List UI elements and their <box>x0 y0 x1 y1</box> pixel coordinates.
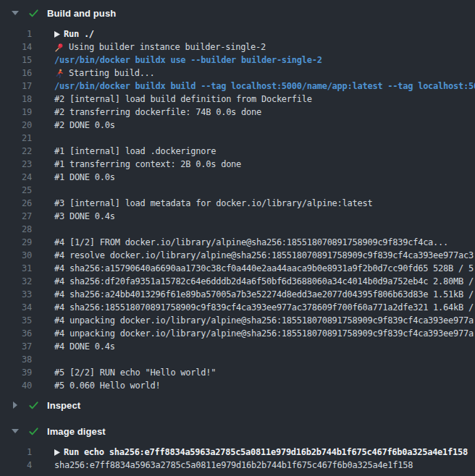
log-text: #3 [internal] load metadata for docker.i… <box>54 197 372 210</box>
log-line: 23#1 transferring context: 2B 0.0s done <box>0 158 475 171</box>
line-number[interactable]: 17 <box>0 80 32 93</box>
log-line: 37#4 DONE 0.4s <box>0 340 475 353</box>
log-line: 31#4 sha256:a15790640a6690aa1730c38cf0a4… <box>0 262 475 275</box>
log-line: 22#1 [internal] load .dockerignore <box>0 145 475 158</box>
line-number[interactable]: 24 <box>0 171 32 184</box>
log-line: 39#5 [2/2] RUN echo "Hello world!" <box>0 366 475 379</box>
line-number[interactable]: 35 <box>0 314 32 327</box>
log-text-wrap: #5 [2/2] RUN echo "Hello world!" <box>54 366 216 379</box>
line-number[interactable]: 37 <box>0 340 32 353</box>
section-header-image-digest[interactable]: Image digest <box>0 421 475 441</box>
log-line: 14Using builder instance builder-single-… <box>0 41 475 54</box>
line-number[interactable]: 34 <box>0 301 32 314</box>
log-text-wrap: #3 DONE 0.4s <box>54 210 115 223</box>
line-number[interactable]: 26 <box>0 197 32 210</box>
log-text-wrap: Starting build... <box>54 67 155 80</box>
caret-down-icon <box>9 429 21 433</box>
log-text: #4 unpacking docker.io/library/alpine@sh… <box>54 327 474 340</box>
log-text: #3 DONE 0.4s <box>54 210 115 223</box>
expand-chevron-icon[interactable] <box>54 449 64 456</box>
log-text: #4 sha256:a24bb4013296f61e89ba57005a7b3e… <box>54 288 474 301</box>
log-line: 33#4 sha256:a24bb4013296f61e89ba57005a7b… <box>0 288 475 301</box>
line-number[interactable]: 40 <box>0 379 32 392</box>
expand-chevron-icon[interactable] <box>54 31 64 38</box>
section-build-and-push: Build and push1Run ./14Using builder ins… <box>0 3 475 395</box>
log-line: 1Run echo sha256:e7ff8834a5963a2785c5a08… <box>0 446 475 459</box>
log-text-wrap: #1 transferring context: 2B 0.0s done <box>54 158 241 171</box>
section-header-build-and-push[interactable]: Build and push <box>0 3 475 23</box>
log-text-wrap: Using builder instance builder-single-2 <box>54 41 266 54</box>
log-text: #4 [1/2] FROM docker.io/library/alpine@s… <box>54 236 448 249</box>
line-number[interactable]: 1 <box>0 446 32 459</box>
log-text: #1 [internal] load .dockerignore <box>54 145 216 158</box>
pushpin-icon <box>54 43 69 52</box>
log-text-wrap: #4 sha256:a24bb4013296f61e89ba57005a7b3e… <box>54 288 474 301</box>
log-text: Starting build... <box>69 67 155 80</box>
log-text-wrap: #4 sha256:185518070891758909c9f839cf4ca3… <box>54 301 474 314</box>
line-number[interactable]: 28 <box>0 223 32 236</box>
line-number[interactable]: 15 <box>0 54 32 67</box>
line-number[interactable]: 29 <box>0 236 32 249</box>
line-number[interactable]: 23 <box>0 158 32 171</box>
log-text-wrap: #4 DONE 0.4s <box>54 340 115 353</box>
log-text: Using builder instance builder-single-2 <box>69 41 266 54</box>
log-text-wrap: #4 unpacking docker.io/library/alpine@sh… <box>54 314 474 327</box>
check-icon <box>28 426 39 437</box>
log-line: 35#4 unpacking docker.io/library/alpine@… <box>0 314 475 327</box>
log-line: 40#5 0.060 Hello world! <box>0 379 475 392</box>
section-inspect: Inspect <box>0 395 475 415</box>
log-text: /usr/bin/docker buildx use --builder bui… <box>54 54 322 67</box>
log-line: 17/usr/bin/docker buildx build --tag loc… <box>0 80 475 93</box>
line-number[interactable]: 33 <box>0 288 32 301</box>
line-number[interactable]: 19 <box>0 106 32 119</box>
log-text: #1 transferring context: 2B 0.0s done <box>54 158 241 171</box>
line-number[interactable]: 36 <box>0 327 32 340</box>
line-number[interactable]: 1 <box>0 27 32 41</box>
line-number[interactable]: 30 <box>0 249 32 262</box>
caret-right-icon <box>9 401 21 409</box>
section-title: Image digest <box>47 426 106 437</box>
log-text-wrap: Run ./ <box>54 27 94 41</box>
line-number[interactable]: 25 <box>0 184 32 197</box>
log-text-wrap: #4 unpacking docker.io/library/alpine@sh… <box>54 327 474 340</box>
line-number[interactable]: 32 <box>0 275 32 288</box>
line-number[interactable]: 38 <box>0 353 32 366</box>
section-header-inspect[interactable]: Inspect <box>0 395 475 415</box>
line-number[interactable]: 31 <box>0 262 32 275</box>
log-line: 34#4 sha256:185518070891758909c9f839cf4c… <box>0 301 475 314</box>
log-text-wrap: #3 [internal] load metadata for docker.i… <box>54 197 372 210</box>
section-log-content: 1Run ./14Using builder instance builder-… <box>0 23 475 395</box>
line-number[interactable]: 18 <box>0 93 32 106</box>
line-number[interactable]: 21 <box>0 132 32 145</box>
line-number[interactable]: 14 <box>0 41 32 54</box>
runner-icon <box>54 69 69 78</box>
log-text: /usr/bin/docker buildx build --tag local… <box>54 80 475 93</box>
line-number[interactable]: 39 <box>0 366 32 379</box>
log-line: 38 <box>0 353 475 366</box>
log-text-wrap: #4 sha256:df20fa9351a15782c64e6dddb2d4a6… <box>54 275 474 288</box>
line-number[interactable]: 22 <box>0 145 32 158</box>
log-text: sha256:e7ff8834a5963a2785c5a0811e979d16b… <box>54 459 413 472</box>
section-image-digest: Image digest1Run echo sha256:e7ff8834a59… <box>0 421 475 475</box>
log-text-wrap: #4 resolve docker.io/library/alpine@sha2… <box>54 249 474 262</box>
log-text: #5 [2/2] RUN echo "Hello world!" <box>54 366 216 379</box>
log-line: 30#4 resolve docker.io/library/alpine@sh… <box>0 249 475 262</box>
section-title: Inspect <box>47 400 80 411</box>
line-number[interactable]: 4 <box>0 459 32 472</box>
log-text-wrap: /usr/bin/docker buildx use --builder bui… <box>54 54 322 67</box>
line-number[interactable]: 27 <box>0 210 32 223</box>
log-line: 24#1 DONE 0.0s <box>0 171 475 184</box>
line-number[interactable]: 16 <box>0 67 32 80</box>
log-text-wrap: sha256:e7ff8834a5963a2785c5a0811e979d16b… <box>54 459 413 472</box>
log-text-wrap: /usr/bin/docker buildx build --tag local… <box>54 80 475 93</box>
log-line: 32#4 sha256:df20fa9351a15782c64e6dddb2d4… <box>0 275 475 288</box>
section-log-content: 1Run echo sha256:e7ff8834a5963a2785c5a08… <box>0 441 475 475</box>
log-text: #2 [internal] load build definition from… <box>54 93 312 106</box>
log-text-wrap: Run echo sha256:e7ff8834a5963a2785c5a081… <box>54 446 468 459</box>
log-line: 4sha256:e7ff8834a5963a2785c5a0811e979d16… <box>0 459 475 472</box>
log-line: 18#2 [internal] load build definition fr… <box>0 93 475 106</box>
line-number[interactable]: 20 <box>0 119 32 132</box>
log-line: 36#4 unpacking docker.io/library/alpine@… <box>0 327 475 340</box>
log-text: #4 resolve docker.io/library/alpine@sha2… <box>54 249 474 262</box>
log-line: 21 <box>0 132 475 145</box>
